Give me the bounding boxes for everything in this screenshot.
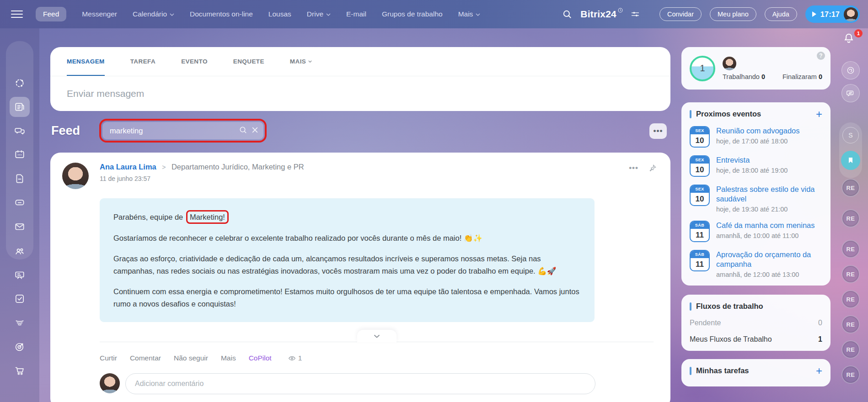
post-tools: ••• (629, 164, 657, 173)
tab-more[interactable]: MAIS (290, 47, 312, 76)
chat-avatar-re[interactable]: RE (841, 179, 860, 197)
workday-gauge[interactable]: 1 (690, 56, 715, 81)
tab-message[interactable]: MENSAGEM (67, 47, 105, 76)
menu-icon[interactable] (11, 8, 23, 20)
help-button[interactable]: Ajuda (765, 7, 797, 21)
author-avatar[interactable] (62, 163, 89, 189)
nav-more[interactable]: Mais (458, 10, 481, 18)
expand-post-button[interactable] (357, 330, 396, 342)
my-plan-button[interactable]: Meu plano (710, 7, 756, 21)
marketing-icon[interactable] (10, 337, 30, 357)
event-date-chip[interactable]: SEX10 (690, 185, 710, 206)
close-icon[interactable] (251, 126, 259, 134)
whiteboard-icon[interactable] (10, 265, 30, 285)
feed-options-button[interactable]: ••• (649, 123, 667, 139)
nav-documents[interactable]: Documentos on-line (190, 10, 253, 18)
chat-avatar-re[interactable]: RE (841, 365, 860, 384)
more-button[interactable]: Mais (221, 354, 236, 362)
event-date-chip[interactable]: SÁB11 (690, 221, 710, 242)
post-divider (100, 330, 654, 342)
like-button[interactable]: Curtir (100, 354, 117, 362)
chat-avatar-s[interactable]: S (842, 127, 859, 143)
event-title-link[interactable]: Palestras sobre estilo de vida saudável (716, 185, 822, 204)
event-title-link[interactable]: Café da manha com meninas (716, 221, 815, 230)
chat-avatar-re[interactable]: RE (841, 240, 860, 258)
tasks-icon[interactable] (10, 289, 30, 309)
chat-avatar-re[interactable]: RE (841, 315, 860, 333)
post-groups[interactable]: Departamento Jurídico, Marketing e PR (171, 163, 304, 171)
messenger-icon[interactable] (10, 121, 30, 141)
search-icon[interactable] (562, 9, 572, 19)
help-icon[interactable]: ? (817, 52, 825, 60)
event-title-link[interactable]: Reunião com advogados (716, 126, 800, 136)
nav-drive[interactable]: Drive (307, 10, 331, 18)
add-event-button[interactable]: + (816, 110, 822, 118)
workflows-panel: Fluxos de trabalho Pendente 0 Meus Fluxo… (681, 295, 830, 351)
nav-workgroups[interactable]: Grupos de trabalho (382, 10, 443, 18)
people-icon[interactable] (10, 241, 30, 261)
invite-button[interactable]: Convidar (659, 7, 702, 21)
bitrix24-logo: Bitrix24 (580, 9, 623, 20)
notification-badge: 1 (854, 29, 863, 37)
post-menu-button[interactable]: ••• (629, 164, 638, 173)
event-date-chip[interactable]: SEX10 (690, 126, 710, 148)
post-composer: MENSAGEM TAREFA EVENTO ENQUETE MAIS (50, 47, 670, 111)
pin-icon[interactable] (648, 164, 657, 172)
post-paragraph: Continuem com essa energia e comprometim… (113, 286, 581, 310)
comment-button[interactable]: Comentar (130, 354, 161, 362)
add-task-button[interactable]: + (816, 367, 822, 375)
event-title-link[interactable]: Aprovação do orçamento da campanha (716, 250, 822, 269)
nav-email[interactable]: E-mail (346, 10, 366, 18)
finished-stat[interactable]: Finalizaram0 (782, 73, 822, 80)
tab-event[interactable]: EVENTO (181, 47, 208, 76)
main-column: MENSAGEM TAREFA EVENTO ENQUETE MAIS Feed… (50, 47, 670, 402)
comment-input[interactable] (125, 373, 595, 394)
message-input[interactable] (50, 76, 670, 111)
topbar-right: Bitrix24 Convidar Meu plano Ajuda 17:17 (562, 5, 868, 23)
feed-icon[interactable] (10, 97, 30, 117)
chat-sync-icon[interactable] (841, 84, 860, 102)
event-time: hoje, de 18:00 até 19:00 (716, 167, 788, 174)
saved-messages-bookmark-icon[interactable] (841, 151, 860, 170)
tab-poll[interactable]: ENQUETE (233, 47, 264, 76)
user-avatar[interactable] (844, 7, 858, 21)
workflow-row-mine[interactable]: Meus Fluxos de Trabalho 1 (690, 335, 822, 344)
notifications-bell-icon[interactable]: 1 (842, 32, 856, 46)
drive-icon[interactable] (10, 192, 30, 212)
chat-avatar-re[interactable]: RE (841, 340, 860, 359)
nav-feed[interactable]: Feed (36, 7, 66, 21)
comment-row (100, 373, 659, 394)
timer-value: 17:17 (820, 10, 840, 19)
document-icon[interactable] (10, 169, 30, 189)
copilot-icon[interactable] (841, 61, 860, 79)
event-date-chip[interactable]: SÁB11 (690, 250, 710, 271)
network-icon[interactable] (10, 73, 30, 93)
calendar-icon[interactable] (10, 144, 30, 164)
event-item: SÁB11 Café da manha com meninas amanhã, … (690, 221, 822, 242)
unfollow-button[interactable]: Não seguir (174, 354, 208, 362)
nav-calendar[interactable]: Calendário (133, 10, 174, 18)
market-icon[interactable] (10, 360, 30, 381)
event-title-link[interactable]: Entrevista (716, 155, 788, 165)
chat-avatar-re[interactable]: RE (841, 290, 860, 308)
views-counter: 1 (288, 354, 302, 362)
author-name-link[interactable]: Ana Laura Lima (100, 163, 156, 171)
tab-task[interactable]: TAREFA (130, 47, 155, 76)
status-avatar[interactable] (723, 57, 736, 70)
top-nav: Feed Messenger Calendário Documentos on-… (36, 7, 480, 21)
time-tracker[interactable]: 17:17 (805, 5, 860, 23)
mail-icon[interactable] (10, 217, 30, 237)
crm-icon[interactable] (10, 312, 30, 333)
chat-avatar-re[interactable]: RE (841, 265, 860, 283)
copilot-button[interactable]: CoPilot (249, 354, 272, 362)
nav-messenger[interactable]: Messenger (82, 10, 117, 18)
working-stat[interactable]: Trabalhando0 (723, 73, 765, 80)
chat-avatar-re[interactable]: RE (841, 209, 860, 227)
search-icon[interactable] (239, 126, 247, 134)
settings-icon[interactable] (10, 399, 30, 402)
event-date-chip[interactable]: SEX10 (690, 155, 710, 177)
nav-boards[interactable]: Lousas (268, 10, 291, 18)
chevron-down-icon (374, 334, 380, 338)
sliders-icon[interactable] (631, 11, 639, 17)
workflow-row-pending[interactable]: Pendente 0 (690, 319, 822, 327)
